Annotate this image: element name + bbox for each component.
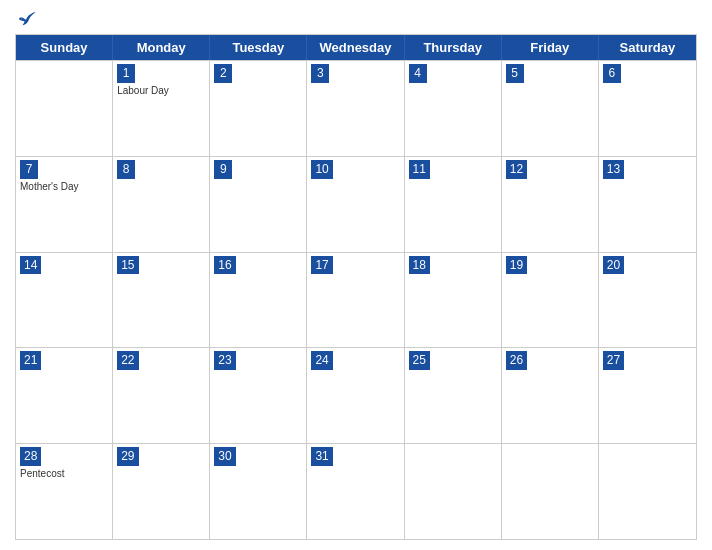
day-number: 12 bbox=[506, 160, 527, 179]
day-number: 13 bbox=[603, 160, 624, 179]
week-row-1: 1Labour Day23456 bbox=[16, 60, 696, 156]
day-cell: 23 bbox=[210, 348, 307, 443]
day-cell: 25 bbox=[405, 348, 502, 443]
day-header-saturday: Saturday bbox=[599, 35, 696, 60]
calendar-page: SundayMondayTuesdayWednesdayThursdayFrid… bbox=[0, 0, 712, 550]
day-cell: 7Mother's Day bbox=[16, 157, 113, 252]
day-cell: 4 bbox=[405, 61, 502, 156]
day-number: 11 bbox=[409, 160, 430, 179]
day-number: 4 bbox=[409, 64, 427, 83]
day-cell: 17 bbox=[307, 253, 404, 348]
day-number: 22 bbox=[117, 351, 138, 370]
day-cell: 30 bbox=[210, 444, 307, 539]
day-number: 7 bbox=[20, 160, 38, 179]
day-header-sunday: Sunday bbox=[16, 35, 113, 60]
day-cell: 9 bbox=[210, 157, 307, 252]
header bbox=[15, 10, 697, 28]
day-cell: 6 bbox=[599, 61, 696, 156]
day-cell: 24 bbox=[307, 348, 404, 443]
day-number: 29 bbox=[117, 447, 138, 466]
day-cell: 1Labour Day bbox=[113, 61, 210, 156]
day-number: 16 bbox=[214, 256, 235, 275]
day-cell: 15 bbox=[113, 253, 210, 348]
day-header-tuesday: Tuesday bbox=[210, 35, 307, 60]
day-number: 15 bbox=[117, 256, 138, 275]
day-cell: 29 bbox=[113, 444, 210, 539]
day-number: 24 bbox=[311, 351, 332, 370]
day-header-monday: Monday bbox=[113, 35, 210, 60]
day-cell: 19 bbox=[502, 253, 599, 348]
day-cell: 8 bbox=[113, 157, 210, 252]
day-number: 5 bbox=[506, 64, 524, 83]
day-header-wednesday: Wednesday bbox=[307, 35, 404, 60]
week-row-2: 7Mother's Day8910111213 bbox=[16, 156, 696, 252]
day-number: 18 bbox=[409, 256, 430, 275]
day-cell: 27 bbox=[599, 348, 696, 443]
day-number: 25 bbox=[409, 351, 430, 370]
day-number: 28 bbox=[20, 447, 41, 466]
day-number: 31 bbox=[311, 447, 332, 466]
event-label: Mother's Day bbox=[20, 181, 108, 192]
day-number: 10 bbox=[311, 160, 332, 179]
day-cell: 2 bbox=[210, 61, 307, 156]
day-number: 14 bbox=[20, 256, 41, 275]
day-number: 30 bbox=[214, 447, 235, 466]
day-number: 19 bbox=[506, 256, 527, 275]
day-cell bbox=[405, 444, 502, 539]
week-row-3: 14151617181920 bbox=[16, 252, 696, 348]
day-cell: 18 bbox=[405, 253, 502, 348]
calendar: SundayMondayTuesdayWednesdayThursdayFrid… bbox=[15, 34, 697, 540]
day-cell bbox=[16, 61, 113, 156]
day-cell: 22 bbox=[113, 348, 210, 443]
day-number: 23 bbox=[214, 351, 235, 370]
day-number: 6 bbox=[603, 64, 621, 83]
day-number: 2 bbox=[214, 64, 232, 83]
event-label: Pentecost bbox=[20, 468, 108, 479]
day-number: 9 bbox=[214, 160, 232, 179]
day-header-friday: Friday bbox=[502, 35, 599, 60]
day-cell: 28Pentecost bbox=[16, 444, 113, 539]
day-cell: 3 bbox=[307, 61, 404, 156]
day-cell: 10 bbox=[307, 157, 404, 252]
day-cell: 12 bbox=[502, 157, 599, 252]
day-number: 3 bbox=[311, 64, 329, 83]
day-cell: 5 bbox=[502, 61, 599, 156]
logo-text bbox=[15, 10, 41, 28]
week-row-5: 28Pentecost293031 bbox=[16, 443, 696, 539]
day-cell: 11 bbox=[405, 157, 502, 252]
day-number: 26 bbox=[506, 351, 527, 370]
week-row-4: 21222324252627 bbox=[16, 347, 696, 443]
weeks: 1Labour Day234567Mother's Day89101112131… bbox=[16, 60, 696, 539]
day-headers: SundayMondayTuesdayWednesdayThursdayFrid… bbox=[16, 35, 696, 60]
day-cell: 13 bbox=[599, 157, 696, 252]
day-cell bbox=[599, 444, 696, 539]
day-cell: 14 bbox=[16, 253, 113, 348]
day-cell bbox=[502, 444, 599, 539]
day-number: 27 bbox=[603, 351, 624, 370]
day-number: 20 bbox=[603, 256, 624, 275]
logo-area bbox=[15, 10, 41, 28]
day-number: 17 bbox=[311, 256, 332, 275]
event-label: Labour Day bbox=[117, 85, 205, 96]
day-number: 8 bbox=[117, 160, 135, 179]
day-cell: 31 bbox=[307, 444, 404, 539]
day-cell: 16 bbox=[210, 253, 307, 348]
logo-bird-icon bbox=[15, 10, 37, 28]
day-number: 1 bbox=[117, 64, 135, 83]
day-cell: 21 bbox=[16, 348, 113, 443]
day-header-thursday: Thursday bbox=[405, 35, 502, 60]
day-cell: 26 bbox=[502, 348, 599, 443]
day-cell: 20 bbox=[599, 253, 696, 348]
day-number: 21 bbox=[20, 351, 41, 370]
